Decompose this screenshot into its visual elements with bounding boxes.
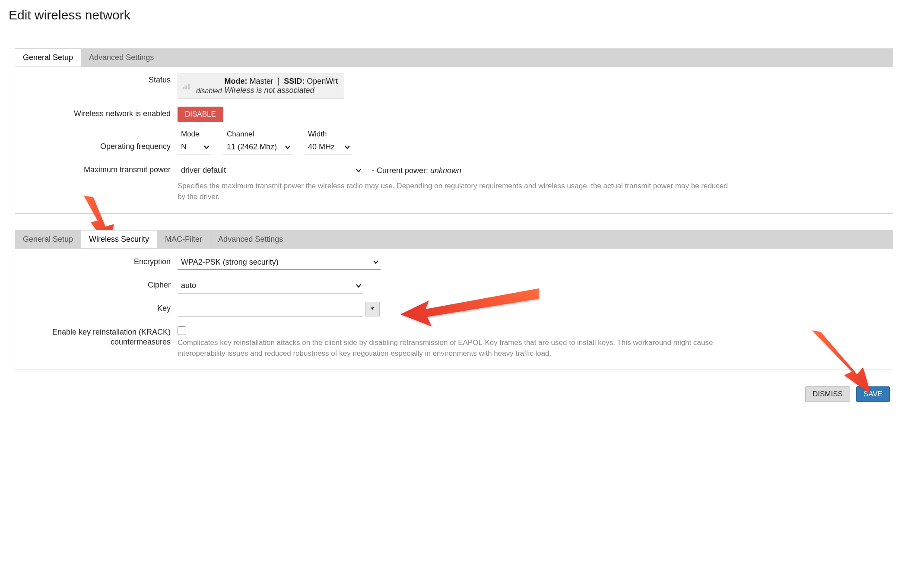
label-status: Status	[25, 73, 178, 85]
select-encryption[interactable]: WPA2-PSK (strong security)	[178, 255, 381, 270]
label-key: Key	[25, 301, 178, 313]
svg-rect-2	[188, 84, 190, 89]
row-operating-frequency: Operating frequency Mode N Channel 11 (2…	[25, 130, 883, 155]
save-button[interactable]: SAVE	[856, 386, 890, 402]
row-cipher: Cipher auto	[25, 278, 883, 294]
select-channel-value: 11 (2462 Mhz)	[227, 142, 277, 152]
chevron-down-icon	[356, 168, 362, 174]
status-card: disabled Mode: Master | SSID: OpenWrt Wi…	[178, 73, 344, 99]
select-channel[interactable]: 11 (2462 Mhz)	[223, 139, 292, 155]
label-enabled: Wireless network is enabled	[25, 107, 178, 118]
status-disabled-word: disabled	[196, 87, 222, 95]
label-encryption: Encryption	[25, 255, 178, 266]
label-max-tx-power: Maximum transmit power	[25, 163, 178, 174]
status-mode-label: Mode:	[225, 77, 248, 85]
status-ssid-label: SSID:	[284, 77, 305, 85]
select-tx-power[interactable]: driver default	[178, 163, 363, 178]
row-encryption: Encryption WPA2-PSK (strong security)	[25, 255, 883, 270]
select-width-value: 40 MHz	[308, 142, 335, 152]
key-input[interactable]	[178, 301, 363, 317]
select-mode[interactable]: N	[178, 139, 211, 155]
tab-mac-filter[interactable]: MAC-Filter	[157, 231, 210, 248]
svg-rect-1	[185, 85, 187, 89]
row-krack: Enable key reinstallation (KRACK) counte…	[25, 325, 883, 359]
tab-advanced-settings[interactable]: Advanced Settings	[81, 49, 162, 66]
select-cipher[interactable]: auto	[178, 278, 363, 294]
select-tx-power-value: driver default	[181, 166, 226, 175]
label-krack: Enable key reinstallation (KRACK) counte…	[25, 325, 178, 347]
select-width[interactable]: 40 MHz	[305, 139, 352, 155]
label-channel-column: Channel	[223, 130, 298, 139]
select-cipher-value: auto	[181, 281, 196, 290]
tab-wireless-security[interactable]: Wireless Security	[81, 231, 157, 248]
row-enabled: Wireless network is enabled DISABLE	[25, 107, 883, 122]
chevron-down-icon	[356, 283, 362, 289]
label-width-column: Width	[305, 130, 358, 139]
label-mode-column: Mode	[178, 130, 217, 139]
chevron-down-icon	[373, 259, 379, 265]
dismiss-button[interactable]: DISMISS	[805, 386, 850, 402]
dialog-footer: DISMISS SAVE	[7, 386, 901, 402]
label-operating-frequency: Operating frequency	[25, 130, 178, 151]
current-power-text: - Current power: unknown	[372, 166, 461, 175]
chevron-down-icon	[344, 144, 350, 150]
krack-checkbox[interactable]	[178, 326, 186, 335]
status-ssid-value: OpenWrt	[307, 77, 338, 85]
interface-tabs: General Setup Wireless Security MAC-Filt…	[15, 231, 893, 249]
device-config-panel: General Setup Advanced Settings Status d…	[15, 48, 893, 214]
signal-icon	[182, 82, 192, 90]
row-max-tx-power: Maximum transmit power driver default - …	[25, 163, 883, 202]
label-cipher: Cipher	[25, 278, 178, 290]
tab-general-setup[interactable]: General Setup	[15, 49, 81, 66]
help-krack: Complicates key reinstallation attacks o…	[178, 338, 730, 359]
status-association: Wireless is not associated	[225, 86, 314, 95]
row-key: Key *	[25, 301, 883, 317]
row-status: Status disabled Mode: Master | SSID: Ope…	[25, 73, 883, 99]
device-tabs: General Setup Advanced Settings	[15, 49, 893, 67]
help-tx-power: Specifies the maximum transmit power the…	[178, 181, 730, 202]
page-title: Edit wireless network	[9, 8, 901, 22]
chevron-down-icon	[285, 144, 291, 150]
disable-button[interactable]: DISABLE	[178, 107, 223, 122]
status-mode-value: Master	[250, 77, 273, 85]
interface-config-panel: General Setup Wireless Security MAC-Filt…	[15, 230, 893, 370]
tab-general-setup-2[interactable]: General Setup	[15, 231, 81, 248]
tab-advanced-settings-2[interactable]: Advanced Settings	[210, 231, 291, 248]
reveal-key-button[interactable]: *	[365, 302, 380, 316]
svg-rect-0	[183, 87, 184, 89]
select-encryption-value: WPA2-PSK (strong security)	[181, 258, 279, 267]
select-mode-value: N	[181, 142, 187, 152]
chevron-down-icon	[203, 144, 210, 150]
